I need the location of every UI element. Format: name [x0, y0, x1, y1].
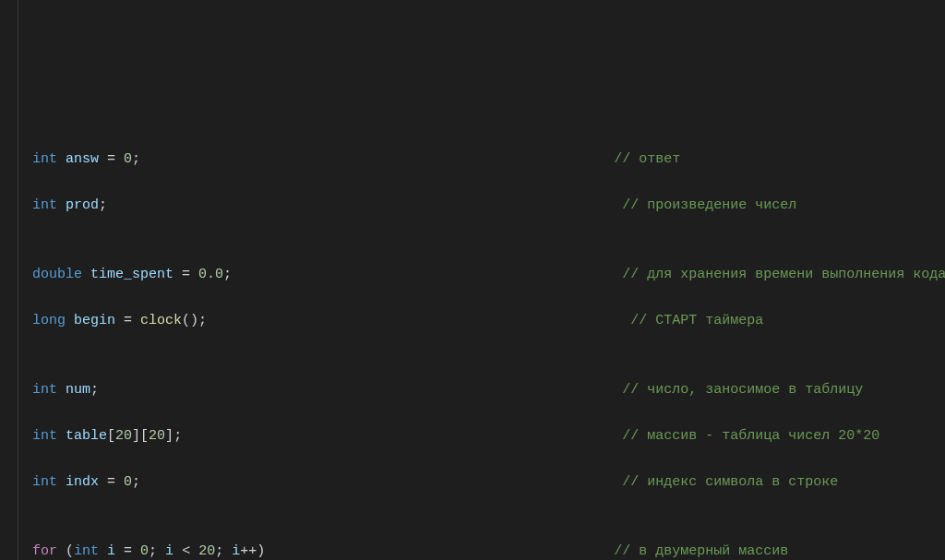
number: 0	[124, 151, 132, 167]
punct: ;	[223, 267, 232, 282]
variable: prod	[66, 197, 99, 213]
variable: i	[232, 543, 240, 559]
keyword-type: int	[32, 474, 57, 490]
code-editor[interactable]: int answ = 0; // ответ int prod; // прои…	[32, 148, 945, 560]
comment: // ответ	[614, 151, 680, 167]
whitespace	[207, 313, 630, 328]
code-line: int table[20][20]; // массив - таблица ч…	[32, 424, 945, 447]
punct: ;	[132, 474, 140, 490]
punct: ;	[132, 151, 140, 167]
whitespace	[182, 428, 622, 444]
operator: =	[115, 313, 140, 328]
operator: =	[115, 543, 140, 559]
code-line: int indx = 0; // индекс символа в строке	[32, 471, 945, 494]
whitespace	[140, 151, 614, 167]
bracket: ]	[165, 428, 173, 444]
variable: indx	[66, 474, 99, 490]
punct: ;	[215, 543, 232, 559]
operator: ++)	[240, 543, 265, 559]
variable: answ	[66, 151, 99, 167]
variable: time_spent	[90, 267, 173, 282]
comment: // произведение чисел	[622, 197, 796, 213]
comment: // число, заносимое в таблицу	[622, 382, 863, 398]
keyword-type: int	[32, 197, 57, 213]
code-line: long begin = clock(); // СТАРТ таймера	[32, 309, 945, 332]
number: 0	[124, 474, 132, 490]
comment: // в двумерный массив	[614, 543, 788, 559]
variable: i	[165, 543, 173, 559]
operator: =	[99, 151, 124, 167]
comment: // массив - таблица чисел 20*20	[622, 428, 879, 444]
keyword-type: int	[32, 151, 57, 167]
editor-gutter	[0, 0, 18, 560]
comment: // для хранения времени выполнения кода	[622, 267, 945, 282]
function-call: clock	[140, 313, 182, 328]
punct: ;	[99, 197, 107, 213]
operator: =	[173, 267, 198, 282]
code-line: int answ = 0; // ответ	[32, 148, 945, 171]
comment: // СТАРТ таймера	[630, 313, 763, 328]
keyword-type: int	[32, 382, 57, 398]
keyword-type: double	[32, 267, 82, 282]
keyword-type: int	[74, 543, 99, 559]
number: 20	[115, 428, 132, 444]
whitespace	[140, 474, 622, 490]
parens: ()	[182, 313, 198, 328]
operator: <	[173, 543, 198, 559]
number: 0	[140, 543, 149, 559]
number: 20	[149, 428, 165, 444]
code-line: int num; // число, заносимое в таблицу	[32, 378, 945, 401]
punct: ;	[173, 428, 182, 444]
bracket: ][	[132, 428, 149, 444]
punct: ;	[198, 313, 207, 328]
comment: // индекс символа в строке	[622, 474, 838, 490]
keyword-control: for	[32, 543, 57, 559]
whitespace	[265, 543, 614, 559]
punct: ;	[90, 382, 99, 398]
paren: (	[57, 543, 74, 559]
variable: num	[66, 382, 90, 398]
keyword-type: int	[32, 428, 57, 444]
number: 20	[198, 543, 215, 559]
variable: begin	[74, 313, 115, 328]
whitespace	[99, 382, 622, 398]
variable: i	[99, 543, 115, 559]
punct: ;	[149, 543, 165, 559]
code-line: int prod; // произведение чисел	[32, 194, 945, 217]
whitespace	[107, 197, 622, 213]
code-line: double time_spent = 0.0; // для хранения…	[32, 263, 945, 286]
code-line: for (int i = 0; i < 20; i++) // в двумер…	[32, 540, 945, 560]
bracket: [	[107, 428, 115, 444]
operator: =	[99, 474, 124, 490]
variable: table	[66, 428, 107, 444]
number: 0.0	[198, 267, 223, 282]
whitespace	[232, 267, 622, 282]
keyword-type: long	[32, 313, 66, 328]
